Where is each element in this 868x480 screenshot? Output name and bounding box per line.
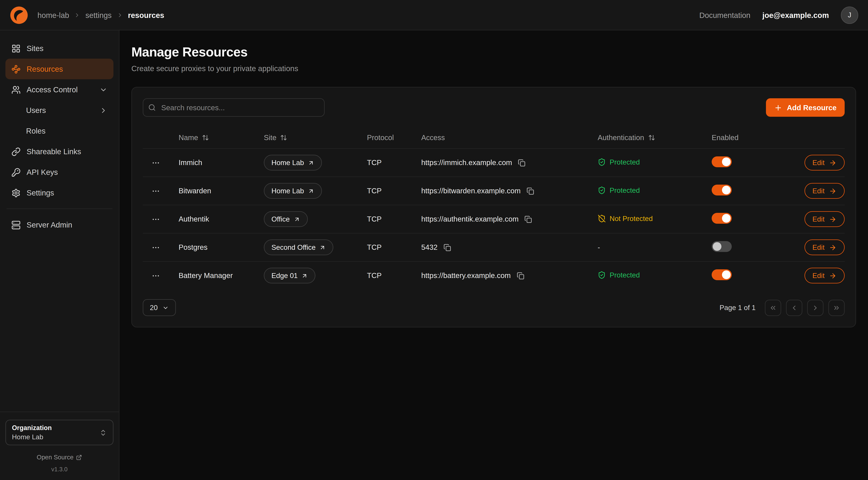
search-input[interactable]: [143, 98, 324, 117]
sidebar-item-settings[interactable]: Settings: [5, 182, 114, 203]
auth-cell: Protected: [598, 158, 712, 168]
site-link-button[interactable]: Office: [264, 211, 308, 227]
site-link-button[interactable]: Edge 01: [264, 268, 316, 283]
row-menu-button[interactable]: [149, 213, 162, 226]
site-link-button[interactable]: Second Office: [264, 239, 334, 255]
access-cell: https://bitwarden.example.com: [421, 186, 598, 196]
copy-button[interactable]: [525, 186, 535, 196]
table-row: Immich Home Lab TCP https://immich.examp…: [143, 148, 845, 177]
enabled-toggle[interactable]: [712, 269, 732, 280]
sidebar-item-resources[interactable]: Resources: [5, 59, 114, 79]
user-email[interactable]: joe@example.com: [762, 11, 829, 19]
edit-cell: Edit: [782, 268, 845, 283]
copy-button[interactable]: [517, 158, 527, 168]
access-cell: https://authentik.example.com: [421, 214, 598, 224]
copy-button[interactable]: [442, 243, 452, 252]
sidebar-item-label: API Keys: [27, 168, 58, 177]
edit-button[interactable]: Edit: [804, 183, 845, 199]
last-page-button[interactable]: [828, 300, 845, 316]
avatar[interactable]: J: [841, 6, 858, 24]
ellipsis-icon: [151, 158, 160, 167]
breadcrumb-separator-icon: [117, 12, 123, 18]
previous-page-button[interactable]: [786, 300, 802, 316]
arrow-right-icon: [829, 187, 837, 195]
site-name: Home Lab: [272, 187, 304, 195]
resource-name: Authentik: [169, 215, 264, 223]
site-name: Second Office: [272, 243, 316, 251]
enabled-cell: [712, 269, 782, 282]
breadcrumb-resources[interactable]: resources: [128, 11, 164, 19]
breadcrumb-settings[interactable]: settings: [85, 11, 112, 19]
sidebar-item-roles[interactable]: Roles: [5, 121, 114, 141]
edit-label: Edit: [812, 215, 825, 223]
resources-card: Add Resource Name Site: [131, 87, 856, 327]
search-wrap: [143, 98, 324, 117]
arrow-up-right-icon: [308, 188, 314, 194]
auth-cell: Not Protected: [598, 214, 712, 224]
breadcrumb-org[interactable]: home-lab: [37, 11, 69, 19]
row-menu-button[interactable]: [149, 269, 162, 282]
sidebar-footer: Organization Home Lab Open Source v1.3.0: [0, 412, 119, 472]
edit-button[interactable]: Edit: [804, 155, 845, 171]
enabled-toggle[interactable]: [712, 156, 732, 167]
auth-label: -: [598, 243, 600, 251]
edit-button[interactable]: Edit: [804, 239, 845, 255]
edit-button[interactable]: Edit: [804, 268, 845, 283]
sidebar-item-api-keys[interactable]: API Keys: [5, 162, 114, 182]
enabled-cell: [712, 241, 782, 253]
sidebar-item-access-control[interactable]: Access Control: [5, 79, 114, 100]
organization-selector[interactable]: Organization Home Lab: [5, 420, 114, 445]
column-header-enabled: Enabled: [712, 133, 782, 142]
auth-label: Protected: [610, 271, 640, 279]
enabled-toggle[interactable]: [712, 241, 732, 252]
shield-check-icon: [598, 271, 606, 279]
edit-cell: Edit: [782, 211, 845, 227]
page-size-select[interactable]: 20: [143, 299, 176, 316]
row-menu-button[interactable]: [149, 184, 162, 198]
column-header-name[interactable]: Name: [169, 133, 264, 142]
row-menu-button[interactable]: [149, 156, 162, 169]
sidebar-item-sites[interactable]: Sites: [5, 38, 114, 59]
column-header-site[interactable]: Site: [264, 133, 367, 142]
arrow-right-icon: [829, 272, 837, 279]
table-row: Bitwarden Home Lab TCP https://bitwarden…: [143, 177, 845, 205]
documentation-link[interactable]: Documentation: [700, 11, 750, 19]
row-menu-button[interactable]: [149, 241, 162, 254]
topbar-right: Documentation joe@example.com J: [700, 6, 858, 24]
arrow-up-right-icon: [302, 272, 308, 279]
column-header-authentication[interactable]: Authentication: [598, 133, 712, 142]
copy-icon: [517, 272, 524, 279]
first-page-button[interactable]: [765, 300, 781, 316]
copy-button[interactable]: [524, 214, 533, 224]
sidebar-spacer: [5, 235, 114, 412]
page-title: Manage Resources: [131, 44, 856, 60]
add-resource-button[interactable]: Add Resource: [766, 98, 845, 117]
site-link-button[interactable]: Home Lab: [264, 183, 322, 199]
edit-button[interactable]: Edit: [804, 211, 845, 227]
sidebar-item-shareable-links[interactable]: Shareable Links: [5, 141, 114, 162]
site-cell: Office: [264, 211, 367, 227]
toggle-knob: [722, 214, 731, 222]
sidebar-item-server-admin[interactable]: Server Admin: [5, 214, 114, 235]
enabled-cell: [712, 156, 782, 169]
app-logo-icon[interactable]: [10, 6, 28, 24]
copy-button[interactable]: [516, 271, 525, 280]
arrow-right-icon: [829, 159, 837, 167]
breadcrumb: home-lab settings resources: [37, 11, 164, 19]
open-source-link[interactable]: Open Source: [5, 454, 114, 460]
open-source-label: Open Source: [37, 454, 73, 460]
sites-grid-icon: [11, 44, 21, 53]
resources-waypoints-icon: [11, 64, 21, 74]
ellipsis-icon: [151, 187, 160, 195]
site-link-button[interactable]: Home Lab: [264, 155, 322, 171]
next-page-button[interactable]: [807, 300, 824, 316]
copy-icon: [443, 244, 451, 251]
table-row: Postgres Second Office TCP 5432 -: [143, 233, 845, 261]
plus-icon: [774, 103, 782, 112]
page-indicator: Page 1 of 1: [720, 303, 756, 312]
sidebar-item-users[interactable]: Users: [5, 100, 114, 121]
enabled-toggle[interactable]: [712, 185, 732, 196]
access-url: 5432: [421, 243, 437, 251]
enabled-toggle[interactable]: [712, 213, 732, 224]
protocol: TCP: [367, 187, 421, 195]
